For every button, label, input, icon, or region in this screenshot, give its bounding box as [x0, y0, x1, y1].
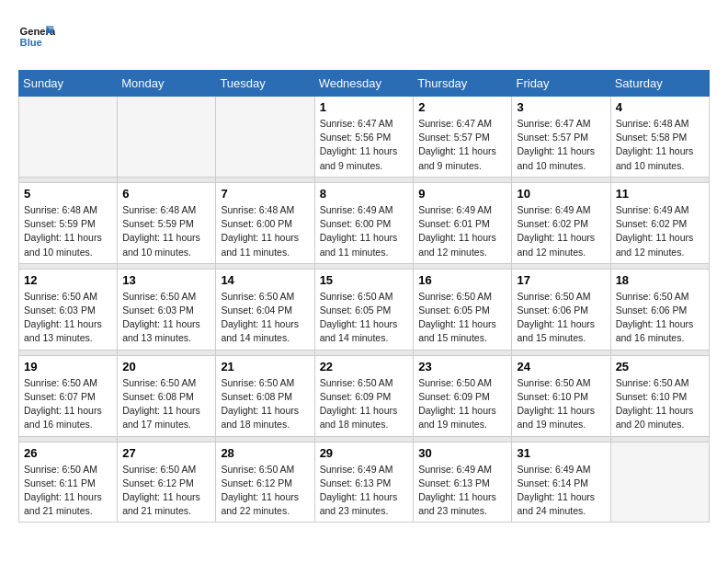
calendar-cell: 18Sunrise: 6:50 AMSunset: 6:06 PMDayligh…: [610, 269, 709, 350]
weekday-header-tuesday: Tuesday: [216, 71, 314, 97]
calendar-cell: 9Sunrise: 6:49 AMSunset: 6:01 PMDaylight…: [414, 182, 512, 263]
day-info: Sunrise: 6:49 AMSunset: 6:02 PMDaylight:…: [616, 203, 704, 259]
weekday-header-monday: Monday: [118, 71, 216, 97]
calendar-cell: 12Sunrise: 6:50 AMSunset: 6:03 PMDayligh…: [19, 269, 118, 350]
day-number: 9: [418, 187, 506, 201]
week-row-1: 5Sunrise: 6:48 AMSunset: 5:59 PMDaylight…: [19, 182, 710, 263]
day-info: Sunrise: 6:50 AMSunset: 6:06 PMDaylight:…: [616, 290, 704, 346]
calendar-cell: 10Sunrise: 6:49 AMSunset: 6:02 PMDayligh…: [512, 182, 610, 263]
calendar-cell: 4Sunrise: 6:48 AMSunset: 5:58 PMDaylight…: [610, 97, 709, 178]
calendar-cell: 27Sunrise: 6:50 AMSunset: 6:12 PMDayligh…: [118, 442, 216, 523]
day-info: Sunrise: 6:47 AMSunset: 5:56 PMDaylight:…: [320, 117, 409, 173]
day-number: 28: [221, 446, 309, 460]
logo: General Blue: [18, 18, 55, 55]
day-number: 3: [517, 100, 605, 114]
day-number: 31: [517, 446, 605, 460]
calendar-cell: 26Sunrise: 6:50 AMSunset: 6:11 PMDayligh…: [19, 442, 118, 523]
day-info: Sunrise: 6:48 AMSunset: 6:00 PMDaylight:…: [221, 203, 309, 259]
week-row-2: 12Sunrise: 6:50 AMSunset: 6:03 PMDayligh…: [19, 269, 710, 350]
week-row-4: 26Sunrise: 6:50 AMSunset: 6:11 PMDayligh…: [19, 442, 710, 523]
calendar-cell: 25Sunrise: 6:50 AMSunset: 6:10 PMDayligh…: [610, 355, 709, 436]
day-number: 19: [24, 360, 112, 373]
calendar-table: SundayMondayTuesdayWednesdayThursdayFrid…: [18, 70, 710, 523]
day-info: Sunrise: 6:50 AMSunset: 6:03 PMDaylight:…: [24, 290, 112, 346]
weekday-header-friday: Friday: [512, 71, 610, 97]
day-info: Sunrise: 6:49 AMSunset: 6:00 PMDaylight:…: [320, 203, 409, 259]
calendar-cell: 28Sunrise: 6:50 AMSunset: 6:12 PMDayligh…: [216, 442, 314, 523]
svg-text:Blue: Blue: [20, 37, 42, 48]
day-info: Sunrise: 6:50 AMSunset: 6:10 PMDaylight:…: [616, 376, 704, 432]
weekday-header-wednesday: Wednesday: [314, 71, 414, 97]
weekday-header-sunday: Sunday: [19, 71, 118, 97]
page-header: General Blue: [18, 18, 710, 55]
calendar-cell: 31Sunrise: 6:49 AMSunset: 6:14 PMDayligh…: [512, 442, 610, 523]
weekday-header-row: SundayMondayTuesdayWednesdayThursdayFrid…: [19, 71, 710, 97]
calendar-cell: [610, 442, 709, 523]
day-info: Sunrise: 6:50 AMSunset: 6:05 PMDaylight:…: [418, 290, 506, 346]
calendar-cell: [118, 97, 216, 178]
calendar-cell: [19, 97, 118, 178]
calendar-cell: 11Sunrise: 6:49 AMSunset: 6:02 PMDayligh…: [610, 182, 709, 263]
day-info: Sunrise: 6:50 AMSunset: 6:07 PMDaylight:…: [24, 376, 112, 432]
day-number: 23: [418, 360, 506, 373]
weekday-header-thursday: Thursday: [414, 71, 512, 97]
day-info: Sunrise: 6:50 AMSunset: 6:05 PMDaylight:…: [320, 290, 409, 346]
calendar-cell: 29Sunrise: 6:49 AMSunset: 6:13 PMDayligh…: [314, 442, 414, 523]
logo-icon: General Blue: [18, 18, 55, 55]
calendar-cell: 14Sunrise: 6:50 AMSunset: 6:04 PMDayligh…: [216, 269, 314, 350]
calendar-cell: 3Sunrise: 6:47 AMSunset: 5:57 PMDaylight…: [512, 97, 610, 178]
day-info: Sunrise: 6:50 AMSunset: 6:12 PMDaylight:…: [122, 463, 210, 519]
day-number: 15: [320, 273, 409, 287]
day-info: Sunrise: 6:48 AMSunset: 5:58 PMDaylight:…: [616, 117, 704, 173]
day-number: 21: [221, 360, 309, 373]
day-info: Sunrise: 6:49 AMSunset: 6:01 PMDaylight:…: [418, 203, 506, 259]
calendar-cell: 13Sunrise: 6:50 AMSunset: 6:03 PMDayligh…: [118, 269, 216, 350]
day-info: Sunrise: 6:50 AMSunset: 6:08 PMDaylight:…: [221, 376, 309, 432]
day-number: 7: [221, 187, 309, 201]
day-number: 11: [616, 187, 704, 201]
calendar-cell: 23Sunrise: 6:50 AMSunset: 6:09 PMDayligh…: [414, 355, 512, 436]
day-info: Sunrise: 6:50 AMSunset: 6:09 PMDaylight:…: [320, 376, 409, 432]
day-number: 14: [221, 273, 309, 287]
day-number: 18: [616, 273, 704, 287]
day-number: 24: [517, 360, 605, 373]
day-info: Sunrise: 6:48 AMSunset: 5:59 PMDaylight:…: [24, 203, 112, 259]
day-number: 10: [517, 187, 605, 201]
day-number: 8: [320, 187, 409, 201]
day-info: Sunrise: 6:50 AMSunset: 6:03 PMDaylight:…: [122, 290, 210, 346]
day-number: 17: [517, 273, 605, 287]
day-info: Sunrise: 6:50 AMSunset: 6:10 PMDaylight:…: [517, 376, 605, 432]
calendar-cell: 30Sunrise: 6:49 AMSunset: 6:13 PMDayligh…: [414, 442, 512, 523]
day-number: 20: [122, 360, 210, 373]
calendar-cell: 2Sunrise: 6:47 AMSunset: 5:57 PMDaylight…: [414, 97, 512, 178]
calendar-cell: 19Sunrise: 6:50 AMSunset: 6:07 PMDayligh…: [19, 355, 118, 436]
day-info: Sunrise: 6:49 AMSunset: 6:02 PMDaylight:…: [517, 203, 605, 259]
day-number: 16: [418, 273, 506, 287]
day-info: Sunrise: 6:50 AMSunset: 6:12 PMDaylight:…: [221, 463, 309, 519]
day-info: Sunrise: 6:47 AMSunset: 5:57 PMDaylight:…: [418, 117, 506, 173]
day-info: Sunrise: 6:49 AMSunset: 6:14 PMDaylight:…: [517, 463, 605, 519]
calendar-cell: 7Sunrise: 6:48 AMSunset: 6:00 PMDaylight…: [216, 182, 314, 263]
day-number: 26: [24, 446, 112, 460]
day-number: 27: [122, 446, 210, 460]
weekday-header-saturday: Saturday: [610, 71, 709, 97]
calendar-cell: 16Sunrise: 6:50 AMSunset: 6:05 PMDayligh…: [414, 269, 512, 350]
calendar-cell: 5Sunrise: 6:48 AMSunset: 5:59 PMDaylight…: [19, 182, 118, 263]
calendar-cell: [216, 97, 314, 178]
day-info: Sunrise: 6:47 AMSunset: 5:57 PMDaylight:…: [517, 117, 605, 173]
day-number: 13: [122, 273, 210, 287]
day-number: 4: [616, 100, 704, 114]
calendar-cell: 17Sunrise: 6:50 AMSunset: 6:06 PMDayligh…: [512, 269, 610, 350]
calendar-cell: 20Sunrise: 6:50 AMSunset: 6:08 PMDayligh…: [118, 355, 216, 436]
day-info: Sunrise: 6:50 AMSunset: 6:09 PMDaylight:…: [418, 376, 506, 432]
calendar-cell: 15Sunrise: 6:50 AMSunset: 6:05 PMDayligh…: [314, 269, 414, 350]
day-info: Sunrise: 6:50 AMSunset: 6:06 PMDaylight:…: [517, 290, 605, 346]
day-number: 25: [616, 360, 704, 373]
calendar-cell: 21Sunrise: 6:50 AMSunset: 6:08 PMDayligh…: [216, 355, 314, 436]
day-info: Sunrise: 6:50 AMSunset: 6:11 PMDaylight:…: [24, 463, 112, 519]
week-row-0: 1Sunrise: 6:47 AMSunset: 5:56 PMDaylight…: [19, 97, 710, 178]
calendar-cell: 24Sunrise: 6:50 AMSunset: 6:10 PMDayligh…: [512, 355, 610, 436]
calendar-cell: 8Sunrise: 6:49 AMSunset: 6:00 PMDaylight…: [314, 182, 414, 263]
day-info: Sunrise: 6:48 AMSunset: 5:59 PMDaylight:…: [122, 203, 210, 259]
calendar-cell: 22Sunrise: 6:50 AMSunset: 6:09 PMDayligh…: [314, 355, 414, 436]
